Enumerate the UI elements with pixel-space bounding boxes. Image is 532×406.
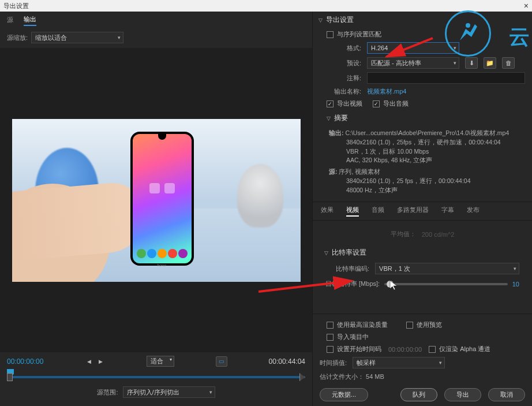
phone-mockup: honor xyxy=(130,132,194,266)
export-settings-header[interactable]: ▽ 导出设置 xyxy=(313,12,532,28)
comment-label: 注释: xyxy=(327,74,361,83)
step-fwd-icon[interactable]: ▶ xyxy=(96,357,104,366)
interp-dropdown[interactable]: 帧采样 xyxy=(353,357,445,368)
scale-label: 源缩放: xyxy=(7,33,28,42)
footer: 使用最高渲染质量 使用预览 导入项目中 设置开始时间码 00:00:00:00 … xyxy=(313,314,532,406)
chevron-down-icon: ▽ xyxy=(324,250,328,256)
out-handle[interactable] xyxy=(299,373,305,381)
encoding-dropdown[interactable]: VBR，1 次 xyxy=(375,263,519,274)
avg-value: 200 cd/m^2 xyxy=(422,231,455,238)
tab-effects[interactable]: 效果 xyxy=(321,206,334,217)
delete-preset-icon[interactable]: 🗑 xyxy=(502,57,515,69)
format-dropdown[interactable]: H.264 xyxy=(367,42,459,54)
est-label: 估计文件大小： xyxy=(320,373,364,380)
range-dropdown[interactable]: 序列切入/序列切出 xyxy=(123,386,215,398)
tab-caption[interactable]: 字幕 xyxy=(441,206,454,217)
target-bitrate-label: 目标比特率 [Mbps]: xyxy=(325,280,380,288)
right-panel: ▽ 导出设置 与序列设置匹配 格式: H.264 预设: 匹配源 - 高比特率 … xyxy=(313,12,532,406)
est-value: 54 MB xyxy=(366,373,384,380)
metadata-button[interactable]: 元数据... xyxy=(320,388,368,401)
preset-label: 预设: xyxy=(327,59,361,68)
set-start-tc-checkbox[interactable] xyxy=(327,346,334,353)
range-label: 源范围: xyxy=(97,388,118,397)
target-bitrate-slider[interactable] xyxy=(384,283,508,285)
video-preview: honor xyxy=(12,119,301,282)
tab-video[interactable]: 视频 xyxy=(346,206,359,217)
queue-button[interactable]: 队列 xyxy=(400,388,437,401)
export-button[interactable]: 导出 xyxy=(444,388,481,401)
outname-link[interactable]: 视频素材.mp4 xyxy=(367,87,406,96)
in-handle[interactable] xyxy=(7,373,13,381)
alpha-only-checkbox[interactable] xyxy=(429,346,436,353)
interp-label: 时间插值: xyxy=(320,359,347,367)
timecode-in[interactable]: 00:00:00:00 xyxy=(7,357,43,366)
preset-dropdown[interactable]: 匹配源 - 高比特率 xyxy=(367,57,459,69)
encoding-label: 比特率编码: xyxy=(336,265,369,273)
start-tc-value: 00:00:00:00 xyxy=(385,346,425,353)
import-project-checkbox[interactable] xyxy=(327,334,334,341)
tab-output[interactable]: 输出 xyxy=(24,15,36,26)
close-icon[interactable]: × xyxy=(524,1,529,10)
use-preview-checkbox[interactable] xyxy=(406,322,413,329)
aspect-icon[interactable]: ▭ xyxy=(216,356,227,367)
tab-publish[interactable]: 发布 xyxy=(467,206,479,217)
tab-audio[interactable]: 音频 xyxy=(372,206,384,217)
preview-area: honor xyxy=(0,48,312,352)
title-bar: 导出设置 × xyxy=(0,0,532,12)
export-audio-checkbox[interactable] xyxy=(373,100,380,107)
step-back-icon[interactable]: ◀ xyxy=(85,357,93,366)
chevron-down-icon: ▽ xyxy=(327,116,331,121)
summary-block: 输出: C:\User...ocuments\Adobe\Premiere_Pr… xyxy=(313,126,532,199)
export-video-checkbox[interactable] xyxy=(327,100,334,107)
target-bitrate-value[interactable]: 10 xyxy=(512,281,519,288)
match-sequence-label: 与序列设置匹配 xyxy=(337,30,381,39)
scale-dropdown[interactable]: 缩放以适合 xyxy=(31,32,123,43)
bitrate-header[interactable]: ▽ 比特率设置 xyxy=(319,244,526,261)
tab-mux[interactable]: 多路复用器 xyxy=(397,206,429,217)
timeline-track[interactable] xyxy=(7,369,305,384)
tab-source[interactable]: 源 xyxy=(7,16,13,25)
fit-dropdown[interactable]: 适合 xyxy=(147,356,174,367)
import-preset-icon[interactable]: 📁 xyxy=(484,57,496,69)
summary-header[interactable]: ▽ 摘要 xyxy=(313,110,532,126)
cancel-button[interactable]: 取消 xyxy=(488,388,525,401)
chevron-down-icon: ▽ xyxy=(319,17,323,23)
slider-thumb[interactable] xyxy=(387,281,394,288)
max-quality-checkbox[interactable] xyxy=(327,322,334,329)
window-title: 导出设置 xyxy=(3,2,29,10)
timecode-out: 00:00:44:04 xyxy=(269,357,305,366)
match-sequence-checkbox[interactable] xyxy=(327,31,334,38)
avg-label: 平均值： xyxy=(391,230,416,239)
format-label: 格式: xyxy=(327,44,361,53)
outname-label: 输出名称: xyxy=(327,87,361,96)
left-panel: 源 输出 源缩放: 缩放以适合 honor xyxy=(0,12,313,406)
comment-input[interactable] xyxy=(367,72,525,84)
save-preset-icon[interactable]: ⬇ xyxy=(465,57,478,69)
